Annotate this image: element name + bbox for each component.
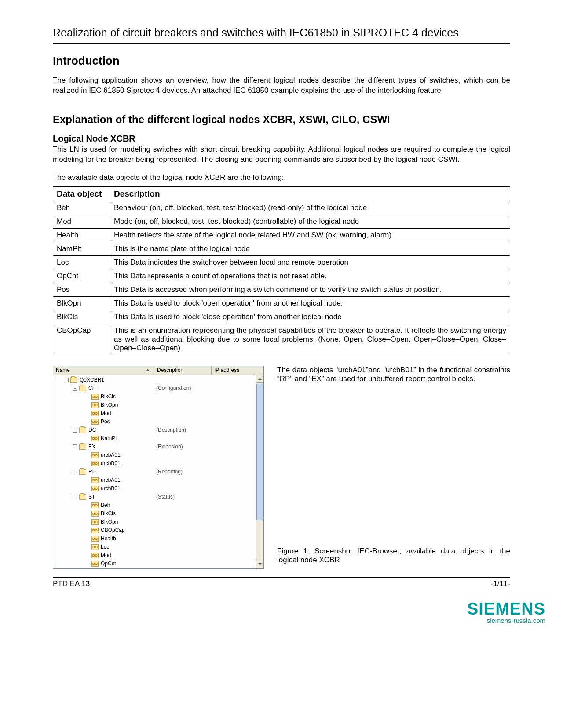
page-title: Realization of circuit breakers and swit… bbox=[53, 26, 510, 39]
tree-node-label: Q0XCBR1 bbox=[80, 377, 104, 383]
tree-node[interactable]: DOBlkCls bbox=[55, 393, 154, 401]
tree-node-description: (Reporting) bbox=[154, 468, 212, 476]
tree-node[interactable]: DOBlkCls bbox=[55, 510, 154, 518]
cell-description: This Data is accessed when performing a … bbox=[110, 283, 510, 296]
tree-node-description: (Extension) bbox=[154, 443, 212, 451]
tree-node[interactable]: DOLoc bbox=[55, 543, 154, 551]
scroll-down-button[interactable] bbox=[256, 561, 263, 568]
tree-node[interactable]: DONamPlt bbox=[55, 434, 154, 443]
footer-right: -1/11- bbox=[491, 579, 510, 588]
tree-node[interactable]: DOurcbB01 bbox=[55, 459, 154, 468]
tree-node[interactable]: DOurcbA01 bbox=[55, 451, 154, 459]
expand-toggle[interactable]: - bbox=[73, 444, 77, 449]
title-rule bbox=[53, 43, 510, 44]
cell-data-object: OpCnt bbox=[53, 269, 110, 283]
tree-node[interactable]: -ST bbox=[55, 493, 154, 501]
tree-node-label: OpCnt bbox=[101, 561, 116, 567]
column-header-name-label: Name bbox=[56, 367, 70, 373]
footer-rule bbox=[53, 577, 510, 578]
tree-node-label: Mod bbox=[101, 410, 111, 416]
tree-node-label: urcbB01 bbox=[101, 460, 121, 466]
cell-description: This is an enumeration representing the … bbox=[110, 324, 510, 355]
column-header-description-label: Description bbox=[157, 367, 183, 373]
data-object-icon: DO bbox=[91, 461, 99, 466]
column-header-ip[interactable]: IP address bbox=[212, 366, 263, 375]
table-row: OpCntThis Data represents a count of ope… bbox=[53, 269, 510, 283]
tree-node[interactable]: DOPos bbox=[55, 568, 154, 568]
data-object-icon: DO bbox=[91, 486, 99, 491]
cell-description: Health reflects the state of the logical… bbox=[110, 228, 510, 242]
tree-node-label: CF bbox=[88, 385, 95, 391]
tree-node[interactable]: DOCBOpCap bbox=[55, 526, 154, 535]
tree-node[interactable]: -CF bbox=[55, 384, 154, 393]
folder-icon bbox=[79, 427, 86, 433]
expand-toggle[interactable]: - bbox=[73, 428, 77, 433]
tree-node-description bbox=[154, 535, 212, 543]
expand-toggle[interactable]: - bbox=[64, 378, 69, 382]
tree-node[interactable]: -DC bbox=[55, 426, 154, 434]
tree-node[interactable]: -RP bbox=[55, 468, 154, 476]
table-row: LocThis Data indicates the switchover be… bbox=[53, 255, 510, 269]
table-row: BehBehaviour (on, off, blocked, test, te… bbox=[53, 201, 510, 215]
data-object-icon: DO bbox=[91, 502, 99, 508]
column-header-name[interactable]: Name bbox=[53, 366, 154, 375]
tree-node[interactable]: DOBlkOpn bbox=[55, 518, 154, 526]
tree-node-description bbox=[154, 409, 212, 418]
tree-node-label: ST bbox=[88, 494, 95, 500]
tree-node[interactable]: -EX bbox=[55, 443, 154, 451]
cell-data-object: BlkCls bbox=[53, 310, 110, 324]
folder-icon bbox=[79, 494, 86, 500]
vertical-scrollbar[interactable] bbox=[256, 375, 263, 568]
folder-icon bbox=[79, 469, 86, 475]
tree-node-label: EX bbox=[88, 444, 95, 450]
tree-node[interactable]: DOurcbB01 bbox=[55, 484, 154, 493]
cell-data-object: NamPlt bbox=[53, 242, 110, 255]
table-row: HealthHealth reflects the state of the l… bbox=[53, 228, 510, 242]
expand-toggle[interactable]: - bbox=[73, 495, 77, 499]
cell-data-object: Pos bbox=[53, 283, 110, 296]
tree-node[interactable]: DOMod bbox=[55, 409, 154, 418]
folder-icon bbox=[79, 444, 86, 450]
tree-node-description bbox=[154, 434, 212, 443]
caption-top: The data objects “urcbA01”and “urcbB01” … bbox=[277, 366, 510, 383]
expand-toggle[interactable]: - bbox=[73, 470, 77, 474]
tree-node-description bbox=[154, 551, 212, 560]
tree-node-description bbox=[154, 543, 212, 551]
data-object-icon: DO bbox=[91, 477, 99, 483]
cell-data-object: Health bbox=[53, 228, 110, 242]
available-objects-para: The available data objects of the logica… bbox=[53, 173, 510, 183]
tree-node-label: BlkCls bbox=[101, 510, 116, 517]
data-object-icon: DO bbox=[91, 511, 99, 517]
tree-node-description: (Description) bbox=[154, 426, 212, 434]
data-object-icon: DO bbox=[91, 536, 99, 542]
tree-node[interactable]: -Q0XCBR1 bbox=[55, 376, 154, 384]
tree-node[interactable]: DOBeh bbox=[55, 501, 154, 510]
tree-node-label: urcbA01 bbox=[101, 477, 121, 483]
cell-data-object: CBOpCap bbox=[53, 324, 110, 355]
heading-introduction: Introduction bbox=[53, 54, 510, 68]
tree-node-description: (Status) bbox=[154, 493, 212, 501]
tree-node[interactable]: DOurcbA01 bbox=[55, 476, 154, 484]
column-header-description[interactable]: Description bbox=[154, 366, 212, 375]
tree-node[interactable]: DOOpCnt bbox=[55, 560, 154, 568]
description-area: (Configuration)(Description)(Extension)(… bbox=[154, 375, 212, 568]
intro-paragraph: The following application shows an overv… bbox=[53, 76, 510, 96]
tree-node[interactable]: DOPos bbox=[55, 418, 154, 426]
scroll-thumb[interactable] bbox=[256, 384, 263, 520]
heading-section: Explanation of the different logical nod… bbox=[53, 113, 510, 126]
data-object-icon: DO bbox=[91, 394, 99, 400]
xcbr-paragraph: This LN is used for modeling switches wi… bbox=[53, 145, 510, 165]
tree-node[interactable]: DOMod bbox=[55, 551, 154, 560]
tree-node[interactable]: DOHealth bbox=[55, 535, 154, 543]
tree-area: -Q0XCBR1-CFDOBlkClsDOBlkOpnDOModDOPos-DC… bbox=[53, 375, 154, 568]
tree-node-description bbox=[154, 526, 212, 535]
expand-toggle[interactable]: - bbox=[73, 386, 77, 391]
footer-left: PTD EA 13 bbox=[53, 579, 90, 588]
scroll-up-button[interactable] bbox=[256, 375, 263, 383]
cell-description: Behaviour (on, off, blocked, test, test-… bbox=[110, 201, 510, 215]
brand-url: siemens-russia.com bbox=[0, 617, 545, 624]
tree-node[interactable]: DOBlkOpn bbox=[55, 401, 154, 409]
cell-data-object: Beh bbox=[53, 201, 110, 215]
tree-node-description bbox=[154, 518, 212, 526]
tree-node-label: Mod bbox=[101, 552, 111, 558]
